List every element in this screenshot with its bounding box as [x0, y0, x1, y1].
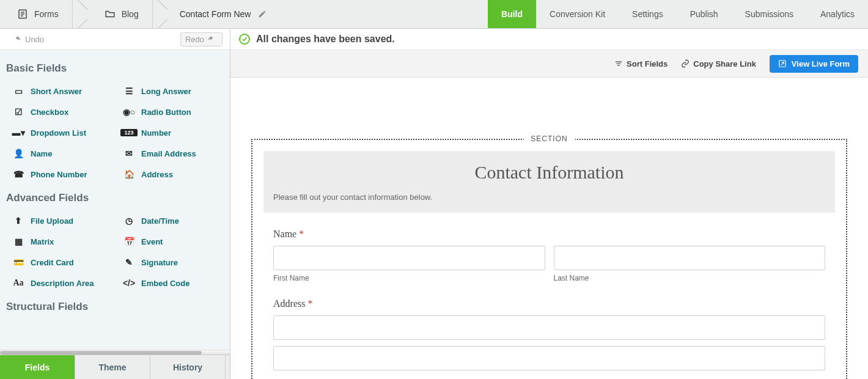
section-tag: SECTION [523, 134, 575, 143]
breadcrumb-forms[interactable]: Forms [0, 0, 73, 28]
last-name-input[interactable] [554, 246, 826, 270]
breadcrumb-blog-label: Blog [122, 9, 139, 19]
address-label: Address* [273, 298, 825, 309]
sort-fields-label: Sort Fields [627, 59, 668, 68]
field-signature[interactable]: ✎Signature [117, 253, 224, 271]
sidebar-tab-theme[interactable]: Theme [75, 355, 150, 379]
required-marker: * [299, 229, 304, 239]
sidebar-tab-fields[interactable]: Fields [0, 355, 75, 379]
form-title-text: Contact Form New [180, 9, 251, 19]
copy-share-link-button[interactable]: Copy Share Link [681, 59, 756, 68]
section-title: Contact Information [273, 162, 825, 183]
view-live-form-button[interactable]: View Live Form [770, 55, 858, 73]
redo-icon [207, 35, 215, 43]
basic-fields-grid: ▭Short Answer ☰Long Answer ☑Checkbox ◉○R… [6, 82, 224, 183]
form-canvas[interactable]: SECTION Contact Information Please fill … [230, 78, 868, 379]
field-label: Radio Button [141, 108, 191, 117]
signature-icon: ✎ [120, 257, 138, 267]
tab-conversion-kit[interactable]: Conversion Kit [536, 0, 619, 28]
last-name-sublabel: Last Name [554, 274, 826, 282]
edit-icon[interactable] [258, 10, 267, 18]
number-icon: 123 [120, 129, 138, 136]
field-checkbox[interactable]: ☑Checkbox [6, 103, 113, 121]
field-label: Matrix [31, 237, 54, 246]
field-label: Dropdown List [31, 128, 86, 138]
sidebar: Undo Redo Basic Fields ▭Short Answer ☰Lo… [0, 29, 230, 379]
advanced-fields-heading: Advanced Fields [6, 192, 224, 204]
undo-label: Undo [25, 35, 44, 44]
name-field-row[interactable]: Name* First Name Last Name [273, 229, 825, 282]
save-status-bar: All changes have been saved. [230, 29, 868, 50]
radio-icon: ◉○ [120, 107, 138, 117]
section-container[interactable]: SECTION Contact Information Please fill … [251, 139, 847, 379]
field-label: Embed Code [141, 279, 189, 288]
field-email-address[interactable]: ✉Email Address [117, 144, 224, 163]
field-date-time[interactable]: ◷Date/Time [117, 212, 224, 230]
breadcrumb-separator [73, 0, 87, 28]
person-icon: 👤 [10, 149, 27, 158]
field-event[interactable]: 📅Event [117, 232, 224, 251]
field-credit-card[interactable]: 💳Credit Card [6, 253, 113, 271]
field-address[interactable]: 🏠Address [117, 165, 224, 183]
main-tabs: Build Conversion Kit Settings Publish Su… [488, 0, 868, 28]
address-line1-input[interactable] [273, 315, 825, 340]
email-icon: ✉ [120, 149, 138, 158]
basic-fields-heading: Basic Fields [6, 62, 224, 75]
field-label: Number [141, 128, 171, 138]
tab-settings[interactable]: Settings [619, 0, 677, 28]
field-description-area[interactable]: AaDescription Area [6, 274, 113, 292]
field-label: Credit Card [31, 258, 74, 267]
tab-publish[interactable]: Publish [677, 0, 732, 28]
sidebar-tab-history[interactable]: History [150, 355, 226, 379]
form-icon [17, 9, 28, 20]
link-icon [681, 59, 690, 68]
tab-submissions[interactable]: Submissions [732, 0, 807, 28]
external-icon [778, 59, 787, 68]
field-dropdown-list[interactable]: ▬▾Dropdown List [6, 123, 113, 142]
field-long-answer[interactable]: ☰Long Answer [117, 82, 224, 100]
address-field-row[interactable]: Address* [273, 298, 825, 370]
checkbox-icon: ☑ [10, 107, 27, 117]
field-label: Event [141, 237, 163, 246]
field-label: Long Answer [141, 87, 191, 96]
canvas-toolbar: Sort Fields Copy Share Link View Live Fo… [230, 50, 868, 78]
short-answer-icon: ▭ [10, 86, 27, 96]
form-title[interactable]: Contact Form New [167, 9, 279, 19]
home-icon: 🏠 [120, 169, 138, 179]
field-short-answer[interactable]: ▭Short Answer [6, 82, 113, 100]
sort-fields-button[interactable]: Sort Fields [614, 59, 668, 68]
matrix-icon: ▦ [10, 237, 27, 246]
field-radio-button[interactable]: ◉○Radio Button [117, 103, 224, 121]
field-label: File Upload [31, 216, 73, 226]
breadcrumb-blog[interactable]: Blog [87, 0, 153, 28]
undo-redo-bar: Undo Redo [0, 29, 230, 50]
clock-icon: ◷ [120, 216, 138, 226]
address-line2-input[interactable] [273, 346, 825, 370]
breadcrumb-separator [153, 0, 167, 28]
copy-share-link-label: Copy Share Link [693, 59, 756, 68]
section-description: Please fill out your contact information… [273, 193, 825, 202]
field-matrix[interactable]: ▦Matrix [6, 232, 113, 251]
phone-icon: ☎ [10, 169, 27, 179]
field-phone-number[interactable]: ☎Phone Number [6, 165, 113, 183]
section-header[interactable]: Contact Information Please fill out your… [263, 151, 835, 213]
name-label: Name* [273, 229, 825, 240]
undo-button[interactable]: Undo [7, 33, 48, 46]
main-area: All changes have been saved. Sort Fields… [230, 29, 868, 379]
field-number[interactable]: 123Number [117, 123, 224, 142]
field-embed-code[interactable]: </>Embed Code [117, 274, 224, 292]
field-file-upload[interactable]: ⬆File Upload [6, 212, 113, 230]
redo-button[interactable]: Redo [180, 32, 223, 46]
first-name-input[interactable] [273, 246, 545, 270]
tab-build[interactable]: Build [488, 0, 536, 28]
folder-icon [105, 9, 116, 20]
tab-analytics[interactable]: Analytics [807, 0, 868, 28]
first-name-sublabel: First Name [273, 274, 545, 282]
field-name[interactable]: 👤Name [6, 144, 113, 163]
svg-line-5 [781, 62, 784, 65]
breadcrumb-forms-label: Forms [34, 9, 59, 19]
fields-panel[interactable]: Basic Fields ▭Short Answer ☰Long Answer … [0, 50, 230, 350]
horizontal-scrollbar[interactable] [0, 350, 230, 355]
field-label: Date/Time [141, 216, 179, 226]
field-label: Address [141, 170, 173, 179]
